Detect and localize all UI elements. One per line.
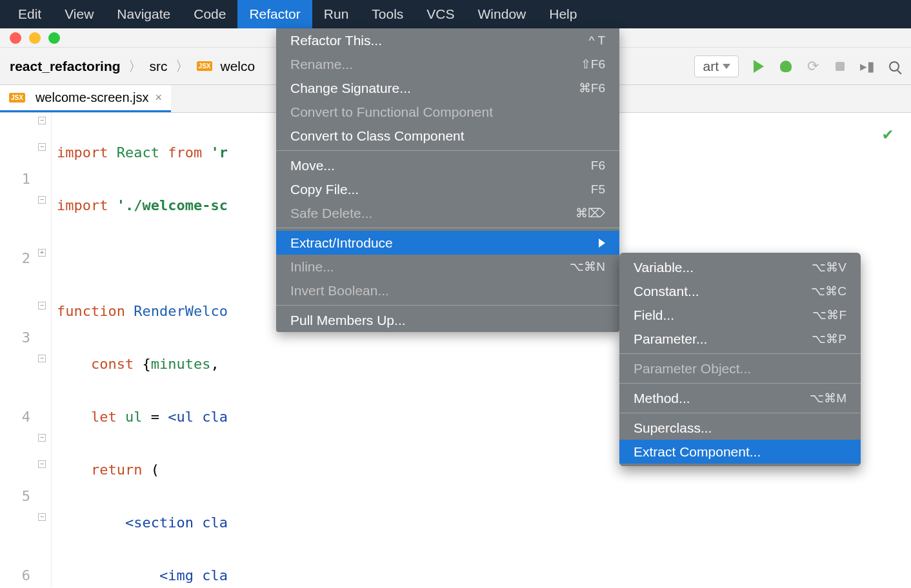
menu-convert-functional: Convert to Functional Component	[276, 100, 619, 124]
fold-icon[interactable]: −	[38, 355, 46, 362]
tab-welcome-screen[interactable]: JSX welcome-screen.jsx ×	[0, 85, 171, 112]
breadcrumb-file[interactable]: welco	[220, 59, 255, 74]
stop-button	[833, 59, 847, 74]
coverage-button[interactable]: ⟳	[806, 59, 820, 74]
breadcrumb-src[interactable]: src	[150, 59, 168, 74]
menu-help[interactable]: Help	[537, 0, 588, 28]
submenu-constant[interactable]: Constant...⌥⌘C	[619, 279, 861, 303]
tab-label: welcome-screen.jsx	[35, 90, 149, 105]
menu-edit[interactable]: Edit	[6, 0, 53, 28]
menu-view[interactable]: View	[53, 0, 105, 28]
chevron-down-icon	[723, 64, 730, 69]
menu-run[interactable]: Run	[312, 0, 361, 28]
menu-tools[interactable]: Tools	[360, 0, 415, 28]
fold-icon[interactable]: −	[38, 513, 46, 521]
extract-submenu: Variable...⌥⌘V Constant...⌥⌘C Field...⌥⌘…	[619, 253, 861, 466]
submenu-variable[interactable]: Variable...⌥⌘V	[619, 255, 861, 279]
menu-pull-members-up[interactable]: Pull Members Up...	[276, 308, 619, 332]
menu-vcs[interactable]: VCS	[415, 0, 466, 28]
menu-copy-file[interactable]: Copy File...F5	[276, 177, 619, 201]
chevron-right-icon	[599, 239, 605, 248]
menu-inline: Inline...⌥⌘N	[276, 255, 619, 279]
debug-button[interactable]	[779, 59, 793, 74]
menu-invert-boolean: Invert Boolean...	[276, 279, 619, 302]
submenu-extract-component[interactable]: Extract Component...	[619, 440, 861, 464]
search-icon	[889, 61, 899, 72]
profiler-button[interactable]: ▸▮	[860, 59, 874, 74]
fold-icon[interactable]: −	[38, 143, 46, 151]
menubar: Edit View Navigate Code Refactor Run Too…	[0, 0, 911, 28]
menu-separator	[276, 228, 619, 228]
run-config-selector[interactable]: art	[694, 55, 739, 77]
fullscreen-icon[interactable]	[48, 32, 60, 44]
refactor-menu: Refactor This...^ T Rename...⇧F6 Change …	[276, 28, 619, 332]
play-icon	[754, 60, 764, 73]
bug-icon	[780, 61, 792, 72]
jsx-file-icon: JSX	[9, 93, 25, 103]
chevron-right-icon: 〉	[172, 57, 193, 75]
menu-separator	[276, 150, 619, 151]
jsx-file-icon: JSX	[197, 61, 213, 71]
fold-column[interactable]: − − − + − − − − −	[35, 113, 52, 587]
menu-refactor-this[interactable]: Refactor This...^ T	[276, 28, 619, 52]
submenu-superclass[interactable]: Superclass...	[619, 416, 861, 440]
search-button[interactable]	[887, 59, 901, 74]
submenu-method[interactable]: Method...⌥⌘M	[619, 386, 861, 410]
menu-window[interactable]: Window	[466, 0, 538, 28]
submenu-parameter[interactable]: Parameter...⌥⌘P	[619, 327, 861, 351]
menu-refactor[interactable]: Refactor	[237, 0, 312, 28]
run-config-label: art	[703, 59, 719, 74]
menu-separator	[619, 383, 861, 384]
line-gutter: 1 2 3 4 5 6 10 11 12 13 14 15 16 17 18 1…	[0, 113, 35, 587]
menu-convert-class[interactable]: Convert to Class Component	[276, 124, 619, 148]
menu-safe-delete: Safe Delete...⌘⌦	[276, 201, 619, 225]
stop-icon	[836, 62, 845, 71]
menu-separator	[619, 413, 861, 413]
submenu-field[interactable]: Field...⌥⌘F	[619, 303, 861, 327]
fold-icon[interactable]: −	[38, 460, 46, 468]
menu-rename: Rename...⇧F6	[276, 52, 619, 76]
menu-navigate[interactable]: Navigate	[105, 0, 182, 28]
breadcrumb-root[interactable]: react_refactoring	[10, 59, 121, 74]
chevron-right-icon: 〉	[125, 57, 146, 75]
menu-separator	[276, 305, 619, 306]
fold-icon[interactable]: +	[38, 249, 46, 257]
menu-code[interactable]: Code	[182, 0, 237, 28]
run-button[interactable]	[752, 59, 766, 74]
breadcrumb[interactable]: react_refactoring 〉 src 〉 JSX welco	[10, 57, 255, 75]
menu-separator	[619, 353, 861, 354]
menu-extract-introduce[interactable]: Extract/Introduce	[276, 231, 619, 255]
submenu-parameter-object: Parameter Object...	[619, 357, 861, 380]
fold-icon[interactable]: −	[38, 196, 46, 204]
fold-icon[interactable]: −	[38, 434, 46, 442]
menu-change-signature[interactable]: Change Signature...⌘F6	[276, 76, 619, 100]
fold-icon[interactable]: −	[38, 302, 46, 309]
minimize-icon[interactable]	[29, 32, 41, 44]
fold-icon[interactable]: −	[38, 117, 46, 124]
close-tab-icon[interactable]: ×	[155, 91, 163, 104]
close-icon[interactable]	[10, 32, 21, 44]
menu-move[interactable]: Move...F6	[276, 153, 619, 177]
